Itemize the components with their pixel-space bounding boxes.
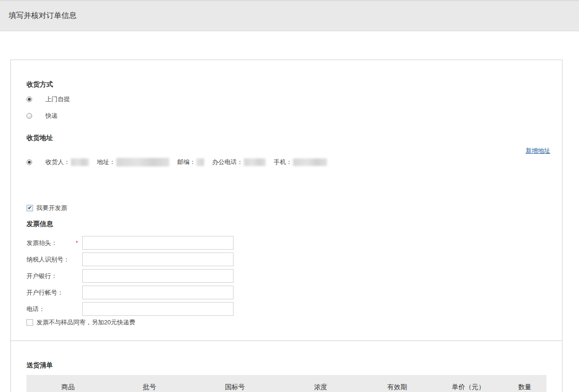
taxpayer-id-label: 纳税人识别号： — [26, 255, 82, 264]
column-header-concentration: 浓度 — [281, 383, 361, 392]
address-label: 地址： — [97, 158, 115, 166]
bank-name-input[interactable] — [82, 269, 233, 283]
column-header-quantity: 数量 — [503, 383, 546, 392]
want-invoice-row[interactable]: 我要开发票 — [26, 204, 546, 212]
column-header-national-standard: 国标号 — [189, 383, 281, 392]
separate-shipping-row[interactable]: 发票不与样品同寄，另加20元快递费 — [26, 319, 546, 326]
shipping-method-option-express[interactable]: 快递 — [26, 112, 546, 120]
address-street: 地址： — [97, 158, 169, 166]
column-header-batch: 批号 — [110, 383, 189, 392]
invoice-title-input[interactable] — [82, 236, 233, 250]
office-phone-value-redacted — [244, 158, 266, 166]
address-postcode: 邮编： — [177, 158, 204, 166]
recipient-value-redacted — [71, 158, 89, 166]
form-row-taxpayer-id: 纳税人识别号： — [26, 253, 546, 266]
required-asterisk: * — [76, 239, 82, 246]
invoice-info-heading: 发票信息 — [26, 220, 546, 227]
column-header-expiry: 有效期 — [361, 383, 433, 392]
postcode-label: 邮编： — [177, 158, 196, 166]
form-row-invoice-title: 发票抬头： * — [26, 236, 546, 250]
shipping-method-option-pickup[interactable]: 上门自提 — [26, 96, 546, 103]
radio-pickup-label: 上门自提 — [45, 95, 70, 104]
form-row-bank-name: 开户银行： — [26, 269, 546, 283]
taxpayer-id-input[interactable] — [82, 253, 233, 266]
column-header-unit-price: 单价（元） — [433, 383, 503, 392]
recipient-label: 收货人： — [45, 158, 70, 166]
address-recipient: 收货人： — [45, 158, 89, 166]
address-details: 收货人： 地址： 邮编： 办公电话： 手机： — [45, 158, 327, 166]
address-office-phone: 办公电话： — [212, 158, 266, 166]
want-invoice-checkbox[interactable] — [26, 205, 33, 211]
phone-label: 电话： — [26, 305, 82, 314]
invoice-title-label: 发票抬头： — [26, 239, 82, 247]
delivery-list-heading: 送货清单 — [26, 361, 546, 369]
order-form-panel: 收货方式 上门自提 快递 收货地址 收货人： 地址： 邮编： — [10, 60, 562, 392]
form-row-bank-account: 开户行帐号： — [26, 286, 546, 299]
invoice-section: 我要开发票 发票信息 发票抬头： * 纳税人识别号： 开户银行： 开户行帐号： — [11, 188, 562, 340]
add-address-link[interactable]: 新增地址 — [526, 147, 550, 155]
postcode-value-redacted — [197, 158, 204, 166]
mobile-value-redacted — [293, 158, 327, 166]
page-header: 填写并核对订单信息 — [0, 0, 579, 31]
radio-address[interactable] — [26, 159, 32, 165]
radio-express-label: 快递 — [45, 112, 58, 120]
separate-shipping-label: 发票不与样品同寄，另加20元快递费 — [36, 318, 135, 327]
phone-input[interactable] — [82, 302, 233, 316]
column-header-product: 商品 — [26, 383, 110, 392]
office-phone-label: 办公电话： — [212, 158, 243, 166]
shipping-address-heading: 收货地址 — [26, 134, 546, 141]
bank-name-label: 开户银行： — [26, 272, 82, 280]
page-title: 填写并核对订单信息 — [9, 11, 77, 21]
address-option-row[interactable]: 收货人： 地址： 邮编： 办公电话： 手机： — [26, 158, 546, 166]
radio-pickup[interactable] — [26, 96, 32, 102]
want-invoice-label: 我要开发票 — [36, 204, 67, 212]
delivery-list-section: 送货清单 商品 批号 国标号 浓度 有效期 单价（元） 数量 — [11, 340, 562, 392]
address-mobile: 手机： — [274, 158, 327, 166]
address-value-redacted — [116, 158, 169, 166]
invoice-form: 发票抬头： * 纳税人识别号： 开户银行： 开户行帐号： 电话： — [26, 236, 546, 316]
mobile-label: 手机： — [274, 158, 292, 166]
bank-account-label: 开户行帐号： — [26, 288, 82, 297]
shipping-section: 收货方式 上门自提 快递 收货地址 收货人： 地址： 邮编： — [11, 60, 562, 188]
delivery-list-table-header: 商品 批号 国标号 浓度 有效期 单价（元） 数量 — [26, 375, 546, 392]
shipping-method-heading: 收货方式 — [26, 80, 546, 88]
radio-express[interactable] — [26, 113, 32, 119]
separate-shipping-checkbox[interactable] — [26, 319, 33, 326]
form-row-phone: 电话： — [26, 302, 546, 316]
bank-account-input[interactable] — [82, 286, 233, 299]
